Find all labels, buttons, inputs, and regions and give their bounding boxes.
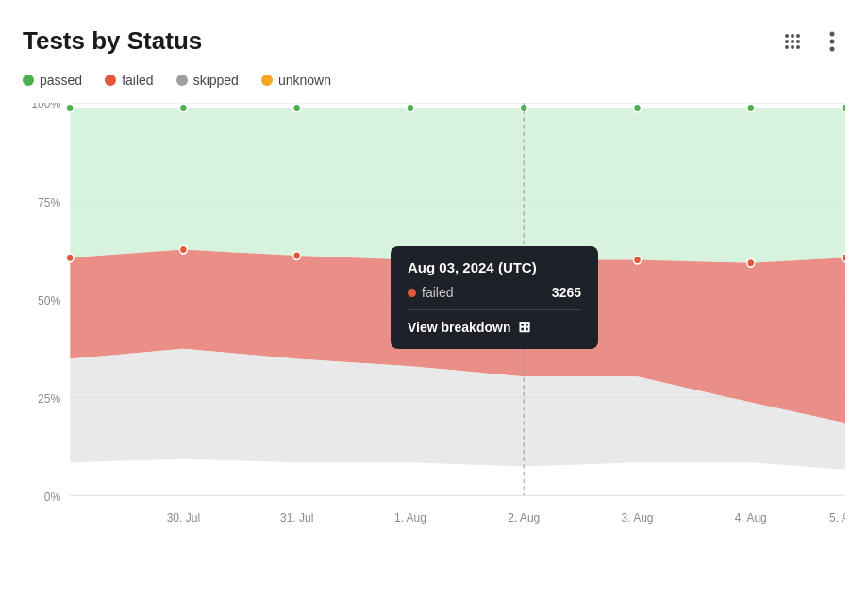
svg-point-11 bbox=[830, 46, 835, 51]
svg-point-4 bbox=[791, 40, 794, 43]
svg-text:2. Aug: 2. Aug bbox=[508, 510, 540, 524]
svg-point-38 bbox=[842, 254, 845, 262]
svg-text:4. Aug: 4. Aug bbox=[735, 510, 767, 524]
legend-item-skipped[interactable]: skipped bbox=[176, 73, 239, 88]
svg-point-6 bbox=[785, 45, 789, 49]
svg-point-8 bbox=[796, 45, 800, 49]
svg-point-29 bbox=[747, 104, 755, 112]
svg-point-31 bbox=[66, 254, 74, 262]
legend-dot-failed bbox=[105, 75, 116, 86]
svg-text:30. Jul: 30. Jul bbox=[167, 510, 200, 524]
svg-text:0%: 0% bbox=[44, 490, 60, 504]
legend-item-passed[interactable]: passed bbox=[23, 73, 82, 88]
legend-label-skipped: skipped bbox=[193, 73, 239, 88]
svg-point-32 bbox=[179, 245, 187, 254]
header-icons bbox=[779, 28, 845, 55]
legend-label-passed: passed bbox=[40, 73, 82, 88]
svg-text:50%: 50% bbox=[38, 293, 60, 307]
svg-text:5. Aug: 5. Aug bbox=[829, 510, 845, 524]
svg-point-26 bbox=[407, 104, 414, 112]
legend-dot-passed bbox=[23, 75, 34, 86]
svg-point-2 bbox=[796, 34, 800, 38]
page-title: Tests by Status bbox=[23, 26, 202, 56]
svg-point-7 bbox=[791, 45, 794, 49]
legend-item-unknown[interactable]: unknown bbox=[261, 73, 331, 88]
chart-svg: 100% 75% 50% 25% 0% bbox=[23, 103, 845, 537]
svg-point-0 bbox=[785, 34, 789, 38]
more-icon[interactable] bbox=[819, 28, 845, 55]
chart-area: 100% 75% 50% 25% 0% bbox=[23, 103, 845, 537]
legend-dot-unknown bbox=[261, 75, 273, 86]
svg-point-33 bbox=[293, 252, 301, 260]
card: Tests by Status bbox=[0, 0, 868, 598]
svg-point-28 bbox=[633, 104, 641, 112]
header: Tests by Status bbox=[23, 26, 845, 56]
svg-text:1. Aug: 1. Aug bbox=[394, 510, 426, 524]
legend-dot-skipped bbox=[176, 75, 188, 86]
svg-point-36 bbox=[633, 256, 641, 264]
svg-point-23 bbox=[66, 104, 74, 112]
svg-text:75%: 75% bbox=[38, 195, 60, 209]
svg-point-30 bbox=[842, 104, 845, 112]
svg-text:100%: 100% bbox=[31, 103, 60, 111]
svg-text:3. Aug: 3. Aug bbox=[621, 510, 653, 524]
legend: passed failed skipped unknown bbox=[23, 73, 845, 88]
svg-point-41 bbox=[520, 256, 527, 264]
svg-point-37 bbox=[747, 258, 755, 267]
svg-point-1 bbox=[791, 34, 794, 38]
svg-point-5 bbox=[796, 40, 800, 43]
grid-icon[interactable] bbox=[779, 28, 806, 55]
svg-point-34 bbox=[407, 256, 414, 264]
svg-point-3 bbox=[785, 40, 789, 43]
svg-text:25%: 25% bbox=[38, 391, 60, 406]
svg-text:31. Jul: 31. Jul bbox=[280, 510, 313, 524]
legend-label-unknown: unknown bbox=[278, 73, 331, 88]
svg-point-10 bbox=[830, 39, 835, 43]
legend-label-failed: failed bbox=[122, 73, 153, 88]
legend-item-failed[interactable]: failed bbox=[105, 73, 153, 88]
svg-point-24 bbox=[179, 104, 187, 112]
svg-point-9 bbox=[830, 31, 835, 36]
svg-point-25 bbox=[293, 104, 301, 112]
